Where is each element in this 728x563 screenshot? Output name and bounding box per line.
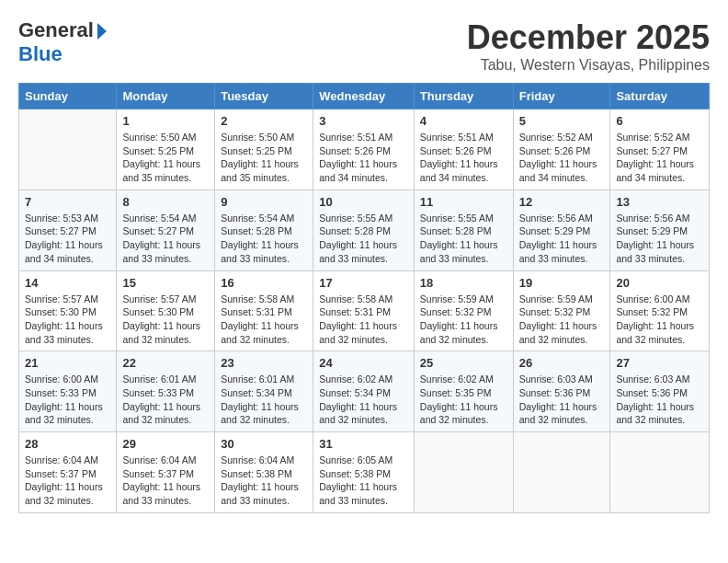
calendar-cell: 12Sunrise: 5:56 AMSunset: 5:29 PMDayligh…	[513, 190, 610, 270]
calendar-week-4: 21Sunrise: 6:00 AMSunset: 5:33 PMDayligh…	[19, 351, 710, 432]
calendar-cell	[19, 109, 117, 190]
day-info: Sunrise: 5:59 AMSunset: 5:32 PMDaylight:…	[420, 293, 507, 347]
logo-general: General	[18, 18, 94, 41]
calendar-cell: 1Sunrise: 5:50 AMSunset: 5:25 PMDaylight…	[117, 109, 215, 190]
day-info: Sunrise: 6:05 AMSunset: 5:38 PMDaylight:…	[319, 454, 408, 508]
day-number: 9	[221, 195, 307, 209]
day-number: 23	[221, 356, 307, 370]
day-info: Sunrise: 5:50 AMSunset: 5:25 PMDaylight:…	[221, 131, 307, 185]
day-number: 20	[616, 276, 703, 290]
calendar-cell: 26Sunrise: 6:03 AMSunset: 5:36 PMDayligh…	[513, 351, 610, 432]
day-info: Sunrise: 5:50 AMSunset: 5:25 PMDaylight:…	[122, 131, 209, 185]
page-header: General Blue December 2025 Tabu, Western…	[18, 18, 710, 74]
day-info: Sunrise: 5:55 AMSunset: 5:28 PMDaylight:…	[319, 212, 408, 266]
calendar-cell	[414, 432, 513, 513]
calendar-cell: 5Sunrise: 5:52 AMSunset: 5:26 PMDaylight…	[513, 109, 610, 190]
location-title: Tabu, Western Visayas, Philippines	[467, 57, 710, 74]
calendar-cell: 22Sunrise: 6:01 AMSunset: 5:33 PMDayligh…	[117, 351, 215, 432]
day-info: Sunrise: 5:54 AMSunset: 5:27 PMDaylight:…	[122, 212, 209, 266]
day-number: 12	[519, 195, 605, 209]
calendar-cell: 4Sunrise: 5:51 AMSunset: 5:26 PMDaylight…	[414, 109, 513, 190]
calendar-body: 1Sunrise: 5:50 AMSunset: 5:25 PMDaylight…	[19, 109, 710, 513]
weekday-header-sunday: Sunday	[19, 84, 117, 109]
day-info: Sunrise: 6:00 AMSunset: 5:33 PMDaylight:…	[25, 373, 110, 427]
day-number: 25	[420, 356, 507, 370]
calendar-cell: 13Sunrise: 5:56 AMSunset: 5:29 PMDayligh…	[610, 190, 710, 270]
day-number: 5	[519, 114, 605, 128]
day-number: 17	[319, 276, 408, 290]
calendar-cell: 3Sunrise: 5:51 AMSunset: 5:26 PMDaylight…	[313, 109, 415, 190]
day-number: 13	[616, 195, 703, 209]
day-number: 29	[122, 437, 209, 451]
calendar-cell: 17Sunrise: 5:58 AMSunset: 5:31 PMDayligh…	[313, 270, 415, 351]
day-info: Sunrise: 5:51 AMSunset: 5:26 PMDaylight:…	[319, 131, 408, 185]
day-number: 21	[25, 356, 110, 370]
day-info: Sunrise: 5:58 AMSunset: 5:31 PMDaylight:…	[221, 293, 307, 347]
calendar-cell: 15Sunrise: 5:57 AMSunset: 5:30 PMDayligh…	[117, 270, 215, 351]
day-number: 16	[221, 276, 307, 290]
calendar-cell: 28Sunrise: 6:04 AMSunset: 5:37 PMDayligh…	[19, 432, 117, 513]
calendar-cell: 6Sunrise: 5:52 AMSunset: 5:27 PMDaylight…	[610, 109, 710, 190]
day-number: 22	[122, 356, 209, 370]
day-info: Sunrise: 6:01 AMSunset: 5:33 PMDaylight:…	[122, 373, 209, 427]
calendar-cell: 16Sunrise: 5:58 AMSunset: 5:31 PMDayligh…	[215, 270, 313, 351]
day-number: 24	[319, 356, 408, 370]
calendar-cell: 29Sunrise: 6:04 AMSunset: 5:37 PMDayligh…	[117, 432, 215, 513]
calendar-cell	[610, 432, 710, 513]
logo: General Blue	[18, 18, 107, 67]
calendar-week-3: 14Sunrise: 5:57 AMSunset: 5:30 PMDayligh…	[19, 270, 710, 351]
calendar-cell: 2Sunrise: 5:50 AMSunset: 5:25 PMDaylight…	[215, 109, 313, 190]
day-info: Sunrise: 6:03 AMSunset: 5:36 PMDaylight:…	[616, 373, 703, 427]
day-number: 10	[319, 195, 408, 209]
weekday-header-saturday: Saturday	[610, 84, 710, 109]
day-info: Sunrise: 5:54 AMSunset: 5:28 PMDaylight:…	[221, 212, 307, 266]
weekday-header-monday: Monday	[117, 84, 215, 109]
day-number: 8	[122, 195, 209, 209]
weekday-header-tuesday: Tuesday	[215, 84, 313, 109]
calendar-cell: 21Sunrise: 6:00 AMSunset: 5:33 PMDayligh…	[19, 351, 117, 432]
calendar-cell: 9Sunrise: 5:54 AMSunset: 5:28 PMDaylight…	[215, 190, 313, 270]
day-number: 1	[122, 114, 209, 128]
day-info: Sunrise: 5:59 AMSunset: 5:32 PMDaylight:…	[519, 293, 605, 347]
day-info: Sunrise: 5:56 AMSunset: 5:29 PMDaylight:…	[519, 212, 605, 266]
day-info: Sunrise: 6:02 AMSunset: 5:34 PMDaylight:…	[319, 373, 408, 427]
calendar-cell: 23Sunrise: 6:01 AMSunset: 5:34 PMDayligh…	[215, 351, 313, 432]
calendar-week-2: 7Sunrise: 5:53 AMSunset: 5:27 PMDaylight…	[19, 190, 710, 270]
calendar-cell: 24Sunrise: 6:02 AMSunset: 5:34 PMDayligh…	[313, 351, 415, 432]
day-info: Sunrise: 5:57 AMSunset: 5:30 PMDaylight:…	[25, 293, 110, 347]
calendar-cell: 10Sunrise: 5:55 AMSunset: 5:28 PMDayligh…	[313, 190, 415, 270]
day-info: Sunrise: 6:01 AMSunset: 5:34 PMDaylight:…	[221, 373, 307, 427]
weekday-header-wednesday: Wednesday	[313, 84, 415, 109]
weekday-header-thursday: Thursday	[414, 84, 513, 109]
calendar-table: SundayMondayTuesdayWednesdayThursdayFrid…	[18, 83, 710, 513]
day-number: 27	[616, 356, 703, 370]
day-number: 30	[221, 437, 307, 451]
weekday-header-row: SundayMondayTuesdayWednesdayThursdayFrid…	[19, 84, 710, 109]
day-number: 19	[519, 276, 605, 290]
day-info: Sunrise: 5:55 AMSunset: 5:28 PMDaylight:…	[420, 212, 507, 266]
calendar-cell: 30Sunrise: 6:04 AMSunset: 5:38 PMDayligh…	[215, 432, 313, 513]
day-info: Sunrise: 5:58 AMSunset: 5:31 PMDaylight:…	[319, 293, 408, 347]
calendar-cell: 27Sunrise: 6:03 AMSunset: 5:36 PMDayligh…	[610, 351, 710, 432]
calendar-cell: 14Sunrise: 5:57 AMSunset: 5:30 PMDayligh…	[19, 270, 117, 351]
calendar-cell: 31Sunrise: 6:05 AMSunset: 5:38 PMDayligh…	[313, 432, 415, 513]
calendar-cell: 11Sunrise: 5:55 AMSunset: 5:28 PMDayligh…	[414, 190, 513, 270]
day-info: Sunrise: 5:57 AMSunset: 5:30 PMDaylight:…	[122, 293, 209, 347]
day-number: 7	[25, 195, 110, 209]
weekday-header-friday: Friday	[513, 84, 610, 109]
calendar-week-5: 28Sunrise: 6:04 AMSunset: 5:37 PMDayligh…	[19, 432, 710, 513]
day-info: Sunrise: 6:03 AMSunset: 5:36 PMDaylight:…	[519, 373, 605, 427]
day-number: 15	[122, 276, 209, 290]
day-info: Sunrise: 5:52 AMSunset: 5:27 PMDaylight:…	[616, 131, 703, 185]
day-number: 18	[420, 276, 507, 290]
day-info: Sunrise: 5:51 AMSunset: 5:26 PMDaylight:…	[420, 131, 507, 185]
day-number: 4	[420, 114, 507, 128]
title-area: December 2025 Tabu, Western Visayas, Phi…	[467, 18, 710, 74]
day-number: 11	[420, 195, 507, 209]
calendar-week-1: 1Sunrise: 5:50 AMSunset: 5:25 PMDaylight…	[19, 109, 710, 190]
day-info: Sunrise: 6:04 AMSunset: 5:37 PMDaylight:…	[122, 454, 209, 508]
day-number: 2	[221, 114, 307, 128]
day-info: Sunrise: 5:56 AMSunset: 5:29 PMDaylight:…	[616, 212, 703, 266]
day-number: 31	[319, 437, 408, 451]
calendar-cell: 7Sunrise: 5:53 AMSunset: 5:27 PMDaylight…	[19, 190, 117, 270]
